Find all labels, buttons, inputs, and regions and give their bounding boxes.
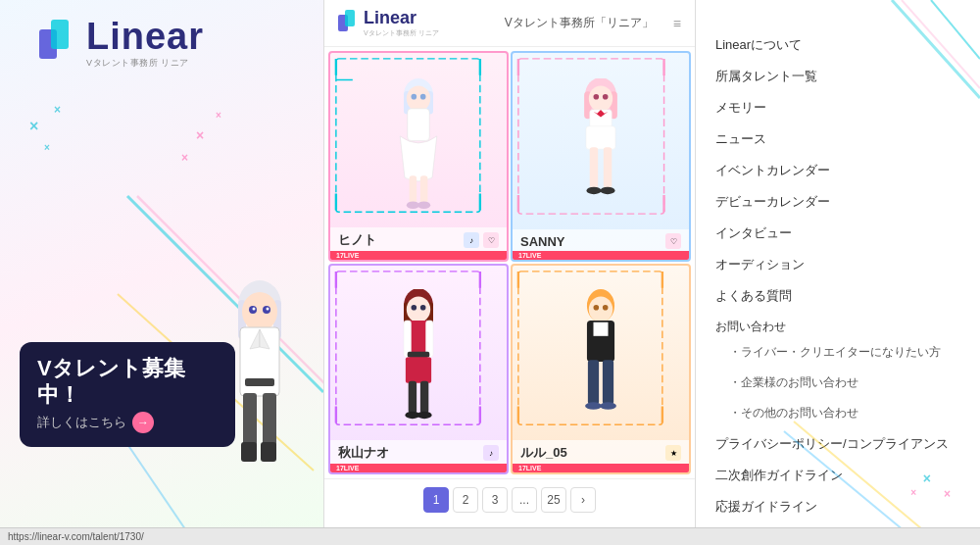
svg-rect-90 bbox=[603, 360, 613, 404]
svg-rect-5 bbox=[51, 20, 69, 49]
talent-name-hinoto: ヒノト bbox=[338, 231, 376, 249]
recruit-box[interactable]: Vタレント募集中！ 詳しくはこちら → bbox=[20, 342, 235, 447]
page-btn-3[interactable]: 3 bbox=[482, 487, 508, 513]
svg-point-68 bbox=[420, 305, 426, 311]
svg-rect-89 bbox=[588, 360, 599, 404]
hamburger-icon[interactable]: ≡ bbox=[673, 16, 681, 31]
talent-grid: ヒノト ♪ ♡ 17LIVE bbox=[324, 47, 695, 478]
svg-rect-75 bbox=[420, 381, 428, 414]
svg-point-84 bbox=[589, 297, 612, 322]
center-logo-sub: Vタレント事務所 リニア bbox=[364, 28, 439, 38]
talent-badge-ruru: 17LIVE bbox=[513, 464, 689, 472]
talent-badge-nao: 17LIVE bbox=[330, 464, 507, 472]
talent-char-sanny bbox=[513, 53, 689, 229]
center-panel: Linear Vタレント事務所 リニア Vタレント事務所「リニア」 ≡ bbox=[323, 0, 696, 545]
center-header: Linear Vタレント事務所 リニア Vタレント事務所「リニア」 ≡ bbox=[324, 0, 695, 47]
center-logo-text: Linear bbox=[364, 8, 439, 28]
svg-rect-73 bbox=[406, 357, 431, 382]
recruit-arrow-icon[interactable]: → bbox=[132, 412, 154, 433]
center-logo-icon bbox=[338, 10, 358, 37]
talent-name-row-ruru: ルル_05 ★ bbox=[513, 440, 689, 464]
talent-icon-3: ♡ bbox=[665, 233, 681, 249]
pagination: 1 2 3 ... 25 › bbox=[324, 478, 695, 520]
talent-name-row-hinoto: ヒノト ♪ ♡ bbox=[330, 227, 507, 251]
nao-char-svg bbox=[379, 289, 458, 436]
page-btn-next[interactable]: › bbox=[570, 487, 596, 513]
logo-sub-text: Vタレント事務所 リニア bbox=[86, 57, 204, 70]
deco-x-r1: × bbox=[923, 471, 931, 486]
talent-badge-sanny: 17LIVE bbox=[513, 251, 689, 260]
svg-rect-23 bbox=[345, 10, 355, 26]
svg-point-12 bbox=[253, 308, 256, 311]
nav-item-corp[interactable]: ・企業様のお問い合わせ bbox=[715, 368, 960, 398]
nav-item-event-cal[interactable]: イベントカレンダー bbox=[715, 155, 960, 186]
nav-item-support[interactable]: 応援ガイドライン bbox=[715, 491, 960, 522]
talent-badge-hinoto: 17LIVE bbox=[330, 251, 507, 260]
talent-card-nao[interactable]: 秋山ナオ ♪ 17LIVE bbox=[328, 264, 509, 474]
svg-point-34 bbox=[412, 94, 417, 100]
talent-name-nao: 秋山ナオ bbox=[338, 444, 389, 462]
talent-icons-ruru: ★ bbox=[665, 445, 681, 461]
nav-item-audition[interactable]: オーディション bbox=[715, 249, 960, 280]
nav-item-privacy[interactable]: プライバシーポリシー/コンプライアンス bbox=[715, 428, 960, 460]
svg-point-57 bbox=[601, 187, 615, 195]
talent-char-hinoto bbox=[330, 53, 507, 227]
svg-rect-18 bbox=[241, 442, 257, 462]
nav-item-faq[interactable]: よくある質問 bbox=[715, 280, 960, 312]
svg-rect-17 bbox=[263, 393, 276, 447]
nav-item-debut-cal[interactable]: デビューカレンダー bbox=[715, 186, 960, 218]
talent-icons-hinoto: ♪ ♡ bbox=[464, 232, 499, 248]
page-btn-2[interactable]: 2 bbox=[453, 487, 478, 513]
nav-item-liver[interactable]: ・ライバー・クリエイターになりたい方 bbox=[715, 337, 960, 368]
talent-card-hinoto[interactable]: ヒノト ♪ ♡ 17LIVE bbox=[328, 51, 509, 262]
nav-item-memory[interactable]: メモリー bbox=[715, 92, 960, 124]
svg-point-67 bbox=[412, 305, 417, 311]
recruit-title: Vタレント募集中！ bbox=[37, 356, 218, 408]
deco-x-2: × bbox=[54, 103, 61, 117]
left-panel: × × × × × × Linear Vタレント事務所 リニア bbox=[0, 0, 323, 545]
nav-item-talents[interactable]: 所属タレント一覧 bbox=[715, 61, 960, 92]
page-btn-25[interactable]: 25 bbox=[541, 487, 566, 513]
nav-item-news[interactable]: ニュース bbox=[715, 124, 960, 155]
nav-item-about[interactable]: Linearについて bbox=[715, 29, 960, 61]
svg-point-86 bbox=[603, 305, 609, 311]
talent-card-ruru[interactable]: ルル_05 ★ 17LIVE bbox=[511, 264, 691, 474]
recruit-sub: 詳しくはこちら → bbox=[37, 412, 218, 433]
sanny-char-svg bbox=[562, 78, 640, 225]
nav-menu: Linearについて 所属タレント一覧 メモリー ニュース イベントカレンダー … bbox=[715, 29, 960, 545]
talent-icon-4: ♪ bbox=[483, 445, 499, 461]
svg-rect-16 bbox=[243, 393, 257, 447]
url-bar: https://linear-v.com/talent/1730/ bbox=[0, 527, 980, 545]
page-btn-ellipsis: ... bbox=[512, 487, 537, 513]
nav-item-interview[interactable]: インタビュー bbox=[715, 218, 960, 249]
logo-area[interactable]: Linear Vタレント事務所 リニア bbox=[39, 18, 204, 70]
center-logo[interactable]: Linear Vタレント事務所 リニア bbox=[338, 8, 439, 38]
svg-rect-38 bbox=[420, 175, 428, 203]
svg-rect-36 bbox=[408, 109, 430, 141]
svg-point-49 bbox=[589, 86, 612, 112]
svg-rect-72 bbox=[408, 352, 430, 358]
deco-x-5: × bbox=[216, 110, 221, 121]
ruru-char-svg bbox=[562, 289, 640, 436]
page-btn-1[interactable]: 1 bbox=[423, 487, 449, 513]
center-header-title: Vタレント事務所「リニア」 bbox=[505, 15, 654, 31]
svg-rect-74 bbox=[409, 381, 416, 414]
logo-main-text: Linear bbox=[86, 18, 204, 55]
talent-name-row-nao: 秋山ナオ ♪ bbox=[330, 440, 507, 464]
talent-icon-5: ★ bbox=[665, 445, 681, 461]
deco-x-4: × bbox=[196, 127, 204, 143]
right-panel: × × × Linearについて 所属タレント一覧 メモリー ニュース イベント… bbox=[696, 0, 980, 545]
deco-x-6: × bbox=[181, 151, 188, 165]
svg-rect-37 bbox=[410, 175, 417, 203]
svg-point-91 bbox=[585, 402, 602, 410]
logo-icon bbox=[39, 20, 76, 69]
nav-item-contact-label: お問い合わせ bbox=[715, 312, 960, 337]
svg-point-40 bbox=[417, 202, 430, 210]
svg-point-33 bbox=[407, 85, 430, 111]
svg-point-56 bbox=[586, 187, 601, 195]
svg-point-50 bbox=[594, 94, 600, 100]
svg-rect-88 bbox=[594, 322, 609, 336]
nav-item-other[interactable]: ・その他のお問い合わせ bbox=[715, 398, 960, 428]
deco-x-3: × bbox=[44, 142, 50, 153]
talent-card-sanny[interactable]: SANNY ♡ 17LIVE bbox=[511, 51, 691, 262]
